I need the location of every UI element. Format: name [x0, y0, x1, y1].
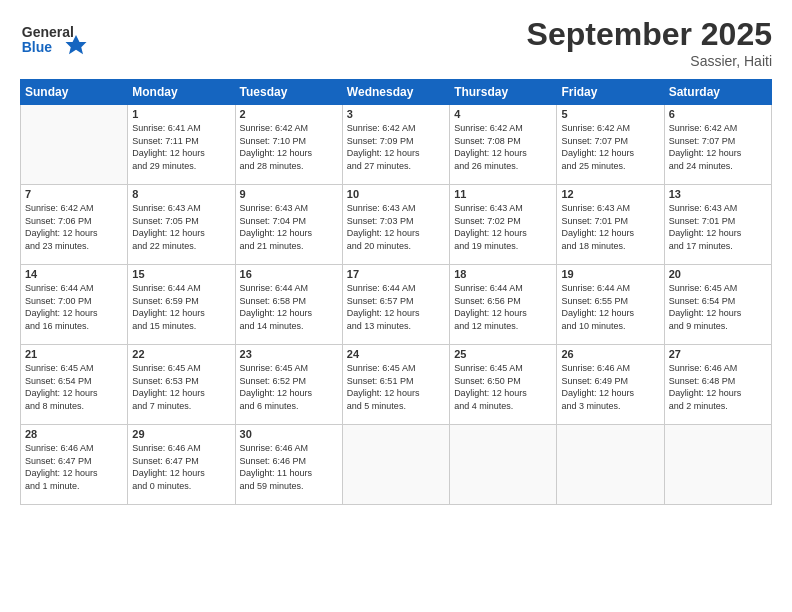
- day-number: 6: [669, 108, 767, 120]
- calendar-cell: 12Sunrise: 6:43 AM Sunset: 7:01 PM Dayli…: [557, 185, 664, 265]
- svg-text:General: General: [22, 24, 74, 40]
- calendar-cell: 2Sunrise: 6:42 AM Sunset: 7:10 PM Daylig…: [235, 105, 342, 185]
- day-info: Sunrise: 6:45 AM Sunset: 6:53 PM Dayligh…: [132, 362, 230, 412]
- day-number: 21: [25, 348, 123, 360]
- calendar-cell: 25Sunrise: 6:45 AM Sunset: 6:50 PM Dayli…: [450, 345, 557, 425]
- day-number: 25: [454, 348, 552, 360]
- calendar-cell: [450, 425, 557, 505]
- col-saturday: Saturday: [664, 80, 771, 105]
- calendar-cell: 8Sunrise: 6:43 AM Sunset: 7:05 PM Daylig…: [128, 185, 235, 265]
- day-number: 23: [240, 348, 338, 360]
- calendar-cell: 24Sunrise: 6:45 AM Sunset: 6:51 PM Dayli…: [342, 345, 449, 425]
- calendar-cell: 6Sunrise: 6:42 AM Sunset: 7:07 PM Daylig…: [664, 105, 771, 185]
- calendar-cell: 11Sunrise: 6:43 AM Sunset: 7:02 PM Dayli…: [450, 185, 557, 265]
- day-number: 24: [347, 348, 445, 360]
- day-info: Sunrise: 6:44 AM Sunset: 6:56 PM Dayligh…: [454, 282, 552, 332]
- day-number: 11: [454, 188, 552, 200]
- col-thursday: Thursday: [450, 80, 557, 105]
- calendar-cell: 10Sunrise: 6:43 AM Sunset: 7:03 PM Dayli…: [342, 185, 449, 265]
- calendar-cell: 22Sunrise: 6:45 AM Sunset: 6:53 PM Dayli…: [128, 345, 235, 425]
- calendar-cell: 28Sunrise: 6:46 AM Sunset: 6:47 PM Dayli…: [21, 425, 128, 505]
- day-info: Sunrise: 6:44 AM Sunset: 7:00 PM Dayligh…: [25, 282, 123, 332]
- day-number: 5: [561, 108, 659, 120]
- header: General Blue September 2025 Sassier, Hai…: [20, 16, 772, 69]
- day-info: Sunrise: 6:42 AM Sunset: 7:09 PM Dayligh…: [347, 122, 445, 172]
- calendar-cell: 4Sunrise: 6:42 AM Sunset: 7:08 PM Daylig…: [450, 105, 557, 185]
- calendar-cell: 26Sunrise: 6:46 AM Sunset: 6:49 PM Dayli…: [557, 345, 664, 425]
- calendar-cell: 15Sunrise: 6:44 AM Sunset: 6:59 PM Dayli…: [128, 265, 235, 345]
- day-info: Sunrise: 6:42 AM Sunset: 7:08 PM Dayligh…: [454, 122, 552, 172]
- week-row-4: 21Sunrise: 6:45 AM Sunset: 6:54 PM Dayli…: [21, 345, 772, 425]
- day-number: 19: [561, 268, 659, 280]
- day-info: Sunrise: 6:44 AM Sunset: 6:59 PM Dayligh…: [132, 282, 230, 332]
- col-monday: Monday: [128, 80, 235, 105]
- day-number: 18: [454, 268, 552, 280]
- day-number: 16: [240, 268, 338, 280]
- calendar-cell: 20Sunrise: 6:45 AM Sunset: 6:54 PM Dayli…: [664, 265, 771, 345]
- day-number: 4: [454, 108, 552, 120]
- calendar-cell: 7Sunrise: 6:42 AM Sunset: 7:06 PM Daylig…: [21, 185, 128, 265]
- day-number: 7: [25, 188, 123, 200]
- day-info: Sunrise: 6:42 AM Sunset: 7:07 PM Dayligh…: [669, 122, 767, 172]
- week-row-3: 14Sunrise: 6:44 AM Sunset: 7:00 PM Dayli…: [21, 265, 772, 345]
- day-info: Sunrise: 6:46 AM Sunset: 6:48 PM Dayligh…: [669, 362, 767, 412]
- col-friday: Friday: [557, 80, 664, 105]
- day-info: Sunrise: 6:45 AM Sunset: 6:51 PM Dayligh…: [347, 362, 445, 412]
- day-info: Sunrise: 6:43 AM Sunset: 7:03 PM Dayligh…: [347, 202, 445, 252]
- day-number: 10: [347, 188, 445, 200]
- calendar-cell: 19Sunrise: 6:44 AM Sunset: 6:55 PM Dayli…: [557, 265, 664, 345]
- day-info: Sunrise: 6:46 AM Sunset: 6:47 PM Dayligh…: [132, 442, 230, 492]
- calendar-cell: 17Sunrise: 6:44 AM Sunset: 6:57 PM Dayli…: [342, 265, 449, 345]
- day-number: 9: [240, 188, 338, 200]
- day-number: 12: [561, 188, 659, 200]
- day-info: Sunrise: 6:42 AM Sunset: 7:10 PM Dayligh…: [240, 122, 338, 172]
- logo: General Blue: [20, 16, 90, 66]
- week-row-2: 7Sunrise: 6:42 AM Sunset: 7:06 PM Daylig…: [21, 185, 772, 265]
- day-number: 28: [25, 428, 123, 440]
- day-info: Sunrise: 6:42 AM Sunset: 7:07 PM Dayligh…: [561, 122, 659, 172]
- day-info: Sunrise: 6:42 AM Sunset: 7:06 PM Dayligh…: [25, 202, 123, 252]
- calendar-cell: 5Sunrise: 6:42 AM Sunset: 7:07 PM Daylig…: [557, 105, 664, 185]
- logo-svg: General Blue: [20, 16, 90, 66]
- day-number: 13: [669, 188, 767, 200]
- calendar-cell: 3Sunrise: 6:42 AM Sunset: 7:09 PM Daylig…: [342, 105, 449, 185]
- calendar-cell: [557, 425, 664, 505]
- calendar-cell: 14Sunrise: 6:44 AM Sunset: 7:00 PM Dayli…: [21, 265, 128, 345]
- calendar-cell: 21Sunrise: 6:45 AM Sunset: 6:54 PM Dayli…: [21, 345, 128, 425]
- day-number: 2: [240, 108, 338, 120]
- day-number: 26: [561, 348, 659, 360]
- day-number: 3: [347, 108, 445, 120]
- calendar-cell: 18Sunrise: 6:44 AM Sunset: 6:56 PM Dayli…: [450, 265, 557, 345]
- week-row-5: 28Sunrise: 6:46 AM Sunset: 6:47 PM Dayli…: [21, 425, 772, 505]
- day-info: Sunrise: 6:45 AM Sunset: 6:54 PM Dayligh…: [669, 282, 767, 332]
- day-info: Sunrise: 6:43 AM Sunset: 7:01 PM Dayligh…: [669, 202, 767, 252]
- day-number: 1: [132, 108, 230, 120]
- day-info: Sunrise: 6:46 AM Sunset: 6:47 PM Dayligh…: [25, 442, 123, 492]
- day-info: Sunrise: 6:41 AM Sunset: 7:11 PM Dayligh…: [132, 122, 230, 172]
- day-info: Sunrise: 6:43 AM Sunset: 7:04 PM Dayligh…: [240, 202, 338, 252]
- title-block: September 2025 Sassier, Haiti: [527, 16, 772, 69]
- calendar-cell: 29Sunrise: 6:46 AM Sunset: 6:47 PM Dayli…: [128, 425, 235, 505]
- day-info: Sunrise: 6:44 AM Sunset: 6:57 PM Dayligh…: [347, 282, 445, 332]
- day-number: 17: [347, 268, 445, 280]
- day-info: Sunrise: 6:44 AM Sunset: 6:58 PM Dayligh…: [240, 282, 338, 332]
- calendar-cell: 23Sunrise: 6:45 AM Sunset: 6:52 PM Dayli…: [235, 345, 342, 425]
- day-number: 27: [669, 348, 767, 360]
- calendar-cell: 9Sunrise: 6:43 AM Sunset: 7:04 PM Daylig…: [235, 185, 342, 265]
- page: General Blue September 2025 Sassier, Hai…: [0, 0, 792, 612]
- calendar-cell: 16Sunrise: 6:44 AM Sunset: 6:58 PM Dayli…: [235, 265, 342, 345]
- day-info: Sunrise: 6:46 AM Sunset: 6:46 PM Dayligh…: [240, 442, 338, 492]
- day-info: Sunrise: 6:43 AM Sunset: 7:05 PM Dayligh…: [132, 202, 230, 252]
- day-number: 30: [240, 428, 338, 440]
- calendar-cell: [342, 425, 449, 505]
- col-sunday: Sunday: [21, 80, 128, 105]
- calendar-cell: 27Sunrise: 6:46 AM Sunset: 6:48 PM Dayli…: [664, 345, 771, 425]
- day-info: Sunrise: 6:43 AM Sunset: 7:01 PM Dayligh…: [561, 202, 659, 252]
- svg-text:Blue: Blue: [22, 39, 53, 55]
- day-number: 15: [132, 268, 230, 280]
- calendar-cell: [664, 425, 771, 505]
- day-info: Sunrise: 6:45 AM Sunset: 6:54 PM Dayligh…: [25, 362, 123, 412]
- day-number: 8: [132, 188, 230, 200]
- location-subtitle: Sassier, Haiti: [527, 53, 772, 69]
- calendar-cell: 1Sunrise: 6:41 AM Sunset: 7:11 PM Daylig…: [128, 105, 235, 185]
